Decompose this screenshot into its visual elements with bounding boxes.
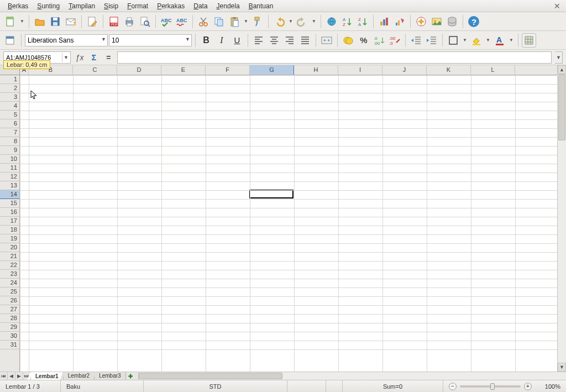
hyperlink-button[interactable]: [324, 14, 339, 29]
zoom-level-label[interactable]: 100%: [535, 383, 560, 390]
underline-button[interactable]: U: [230, 33, 244, 48]
horizontal-scrollbar[interactable]: [138, 372, 566, 380]
sort-desc-button[interactable]: ZA: [355, 14, 370, 29]
row-header-22[interactable]: 22: [0, 261, 19, 270]
row-header-19[interactable]: 19: [0, 234, 19, 243]
close-icon[interactable]: ✕: [552, 2, 563, 11]
zoom-slider[interactable]: [460, 385, 521, 388]
save-button[interactable]: [48, 14, 62, 29]
row-header-21[interactable]: 21: [0, 252, 19, 261]
new-doc-dropdown[interactable]: ▼: [19, 14, 25, 29]
toggle-gridlines-button[interactable]: [522, 33, 536, 48]
undo-dropdown[interactable]: ▼: [287, 14, 294, 29]
insert-chart2-button[interactable]: [392, 14, 407, 29]
name-box-dropdown[interactable]: ▼: [62, 53, 70, 62]
spellcheck-button[interactable]: ABC: [159, 14, 174, 29]
col-header-K[interactable]: K: [427, 65, 471, 75]
formula-input[interactable]: [117, 51, 552, 64]
sort-asc-button[interactable]: AZ: [340, 14, 354, 29]
bg-color-dropdown[interactable]: ▼: [485, 33, 491, 48]
zoom-out-button[interactable]: −: [449, 383, 457, 390]
sheet-tab-lembar2[interactable]: Lembar2: [64, 372, 95, 380]
align-center-button[interactable]: [267, 33, 281, 48]
col-header-J[interactable]: J: [382, 65, 427, 75]
row-header-30[interactable]: 30: [0, 332, 19, 341]
row-header-9[interactable]: 9: [0, 146, 19, 155]
horizontal-scroll-thumb[interactable]: [139, 373, 282, 379]
print-preview-button[interactable]: [138, 14, 152, 29]
row-header-3[interactable]: 3: [0, 93, 19, 102]
paste-dropdown[interactable]: ▼: [243, 14, 249, 29]
status-insert-mode[interactable]: STD: [144, 380, 287, 392]
new-doc-button[interactable]: [3, 14, 18, 29]
row-header-31[interactable]: 31: [0, 341, 19, 349]
row-header-6[interactable]: 6: [0, 119, 19, 128]
function-wizard-icon[interactable]: ƒx: [74, 52, 85, 63]
font-color-dropdown[interactable]: ▼: [508, 33, 515, 48]
row-header-29[interactable]: 29: [0, 323, 19, 332]
row-header-26[interactable]: 26: [0, 296, 19, 305]
format-paintbrush-button[interactable]: [250, 14, 265, 29]
row-header-10[interactable]: 10: [0, 155, 19, 164]
help-button[interactable]: ?: [467, 14, 481, 29]
function-equals-icon[interactable]: =: [103, 52, 114, 63]
col-header-L[interactable]: L: [471, 65, 515, 75]
paste-button[interactable]: [227, 14, 242, 29]
row-header-2[interactable]: 2: [0, 84, 19, 93]
data-sources-button[interactable]: [445, 14, 459, 29]
row-header-23[interactable]: 23: [0, 270, 19, 279]
tab-nav-first[interactable]: ⏮: [0, 372, 8, 380]
row-header-28[interactable]: 28: [0, 314, 19, 323]
status-selection-mode[interactable]: [287, 380, 326, 392]
row-header-16[interactable]: 16: [0, 208, 19, 217]
auto-spellcheck-button[interactable]: ABC: [175, 14, 189, 29]
align-right-button[interactable]: [282, 33, 297, 48]
export-pdf-button[interactable]: PDF: [107, 14, 121, 29]
row-header-17[interactable]: 17: [0, 217, 19, 226]
menu-tampilan[interactable]: Tampilan: [64, 1, 99, 11]
increase-indent-button[interactable]: [424, 33, 439, 48]
row-header-5[interactable]: 5: [0, 111, 19, 119]
add-sheet-button[interactable]: ✚: [126, 372, 135, 380]
col-header-I[interactable]: I: [338, 65, 382, 75]
menu-sunting[interactable]: Sunting: [33, 1, 64, 11]
decrease-indent-button[interactable]: [409, 33, 423, 48]
menu-jendela[interactable]: Jendela: [212, 1, 244, 11]
insert-chart-button[interactable]: [377, 14, 391, 29]
cell-grid[interactable]: [20, 75, 557, 372]
sheet-tab-lembar1[interactable]: Lembar1: [31, 372, 64, 380]
styles-button[interactable]: [3, 33, 18, 48]
font-color-button[interactable]: A: [492, 33, 507, 48]
formula-input-expand[interactable]: ▼: [555, 51, 563, 64]
col-header-G[interactable]: G: [250, 65, 294, 75]
row-header-27[interactable]: 27: [0, 305, 19, 314]
open-button[interactable]: [33, 14, 47, 29]
cut-button[interactable]: [196, 14, 211, 29]
scroll-up-arrow[interactable]: ▲: [558, 65, 566, 74]
menu-data[interactable]: Data: [189, 1, 212, 11]
edit-file-button[interactable]: [85, 14, 99, 29]
add-decimal-button[interactable]: .0.00: [372, 33, 386, 48]
align-justify-button[interactable]: [298, 33, 312, 48]
col-header-H[interactable]: H: [294, 65, 338, 75]
zoom-in-button[interactable]: +: [524, 383, 532, 390]
row-header-24[interactable]: 24: [0, 279, 19, 288]
vertical-scroll-thumb[interactable]: [558, 74, 565, 140]
row-header-4[interactable]: 4: [0, 102, 19, 111]
align-left-button[interactable]: [251, 33, 266, 48]
col-header-E[interactable]: E: [161, 65, 206, 75]
italic-button[interactable]: I: [214, 33, 229, 48]
menu-berkas[interactable]: Berkas: [3, 1, 33, 11]
bold-button[interactable]: B: [199, 33, 213, 48]
row-header-14[interactable]: 14: [0, 190, 19, 199]
font-name-combo[interactable]: [25, 34, 108, 46]
copy-button[interactable]: [212, 14, 226, 29]
zoom-slider-knob[interactable]: [490, 383, 495, 390]
row-header-13[interactable]: 13: [0, 181, 19, 190]
remove-decimal-button[interactable]: .00.0: [387, 33, 402, 48]
sheet-tab-lembar3[interactable]: Lembar3: [95, 372, 125, 380]
col-header-F[interactable]: F: [206, 65, 250, 75]
row-header-20[interactable]: 20: [0, 243, 19, 252]
tab-nav-next[interactable]: ▶: [15, 372, 23, 380]
email-button[interactable]: [64, 14, 78, 29]
